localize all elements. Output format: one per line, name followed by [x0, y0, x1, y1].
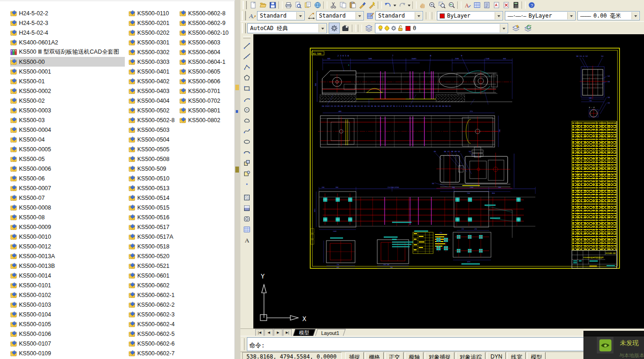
file-item[interactable]: KS500-0009	[10, 222, 125, 232]
tablegrid-icon[interactable]	[472, 0, 482, 10]
file-item[interactable]: KS500-0007	[10, 183, 125, 193]
tab-first-button[interactable]: |◀	[255, 329, 264, 336]
polygon-icon[interactable]	[242, 73, 252, 82]
file-item[interactable]: KS500-0002	[10, 86, 125, 96]
editblock-icon[interactable]	[367, 0, 377, 10]
file-item[interactable]: KS500-0302	[129, 47, 178, 57]
calc-icon[interactable]	[511, 0, 521, 10]
file-item[interactable]: KS500-0014	[10, 271, 125, 280]
layer-previous-icon[interactable]	[522, 23, 534, 34]
save-icon[interactable]	[268, 0, 277, 10]
file-item[interactable]: KS500-0602	[129, 280, 178, 290]
file-item[interactable]: KS500-0403	[129, 86, 178, 96]
file-item[interactable]: KS500-0401	[129, 67, 178, 76]
file-item[interactable]: KS500-0107	[10, 339, 125, 348]
file-item[interactable]: KS500-0013B	[10, 261, 125, 271]
file-item[interactable]: KS500-0510	[129, 173, 178, 183]
file-item[interactable]: KS500-0106	[10, 329, 125, 339]
file-item[interactable]: KS500-0504	[129, 135, 178, 144]
chevron-down-icon[interactable]	[500, 24, 507, 32]
text-style-icon[interactable]: A	[247, 11, 257, 21]
undo-icon[interactable]	[383, 0, 393, 10]
copy-icon[interactable]	[338, 0, 348, 10]
status-toggle-button[interactable]: 线宽	[507, 352, 526, 359]
file-item[interactable]: KS500-0520	[129, 251, 178, 261]
ellipseic-icon[interactable]	[242, 136, 252, 146]
file-item[interactable]: KS500-04	[10, 135, 125, 144]
file-item[interactable]: KS500-0604	[179, 47, 234, 57]
file-item[interactable]: KS500-0602-3	[129, 309, 178, 319]
styleA-icon[interactable]: A	[462, 0, 472, 10]
file-item[interactable]: KS500-0102	[10, 290, 125, 300]
toolbar-grip[interactable]	[243, 36, 251, 38]
tab-prev-button[interactable]: ◀	[264, 329, 273, 336]
file-item[interactable]: KS500-0105	[10, 319, 125, 329]
redo-icon[interactable]	[397, 0, 407, 10]
file-item[interactable]: KS500-0605	[179, 67, 234, 76]
file-item[interactable]: KS500-0001	[10, 67, 125, 76]
chevron-down-icon[interactable]	[356, 12, 363, 19]
gradient-icon[interactable]	[242, 203, 252, 213]
linetype-combo[interactable]: ——·——·— ByLayer	[505, 11, 576, 20]
table-style-icon[interactable]	[366, 11, 375, 21]
file-item[interactable]: KS500-0602-7	[129, 348, 178, 358]
earc-icon[interactable]	[242, 147, 252, 157]
toolbar-grip[interactable]	[242, 11, 246, 20]
file-item[interactable]: KS500-0701	[179, 86, 234, 96]
file-item[interactable]: H24-5-02-4	[10, 28, 125, 37]
file-item[interactable]: KS500-0202	[129, 28, 178, 37]
file-item[interactable]: KS500-0101	[10, 280, 125, 290]
sheetset-icon[interactable]	[482, 0, 491, 10]
file-item[interactable]: KS500-03	[10, 115, 125, 125]
lineweight-combo[interactable]: ———— 0.00 毫米	[577, 11, 640, 20]
file-item[interactable]: KS500-509	[129, 164, 178, 173]
tab-layout1[interactable]: Layout1	[315, 329, 345, 336]
markup-icon[interactable]	[491, 0, 501, 10]
file-item[interactable]: KS500-0602-9	[179, 18, 234, 28]
file-item[interactable]: KS500-00	[10, 57, 125, 67]
file-item[interactable]: KS500-0104	[10, 309, 125, 319]
drawing-canvas[interactable]: KS-500 600 7400 24465 2600 1140 960	[253, 34, 644, 328]
region-icon[interactable]	[242, 214, 252, 223]
file-item[interactable]: KS500-0201	[129, 18, 178, 28]
file-item[interactable]: H24-5-02-2	[10, 8, 125, 18]
chevron-down-icon[interactable]	[319, 24, 326, 32]
preview-icon[interactable]	[293, 0, 303, 10]
file-item[interactable]: KS500-0109	[10, 348, 125, 358]
nvidia-notification[interactable]: 未发现 与本地版本	[583, 331, 644, 359]
status-toggle-button[interactable]: 对象捕捉	[425, 352, 454, 359]
mtext-icon[interactable]: A	[242, 235, 252, 245]
layer-properties-icon[interactable]	[363, 23, 375, 34]
tab-last-button[interactable]: ▶|	[283, 329, 292, 336]
file-item[interactable]: KS500-0602-6	[129, 339, 178, 348]
workspace-settings-gear-icon[interactable]	[329, 23, 340, 34]
file-item[interactable]: KS500-0404	[129, 96, 178, 105]
dropdown-arrow-icon[interactable]	[407, 1, 411, 9]
file-item[interactable]: KS500-0013A	[10, 251, 125, 261]
command-window-grip[interactable]	[242, 338, 245, 350]
file-item[interactable]: KS500-0516	[129, 212, 178, 222]
file-item[interactable]: KS500-0008	[10, 203, 125, 212]
layer-combo[interactable]: 0	[375, 23, 508, 33]
file-item[interactable]: KS500-0303	[129, 57, 178, 67]
file-item[interactable]: KS500-08	[10, 212, 125, 222]
xline-icon[interactable]	[242, 51, 252, 61]
publish-icon[interactable]	[303, 0, 313, 10]
zoomrt-icon[interactable]	[427, 0, 437, 10]
rectic-icon[interactable]	[242, 83, 252, 93]
file-item[interactable]: KS500-0702	[179, 96, 234, 105]
file-item[interactable]: KS500-0602-5	[129, 329, 178, 339]
status-toggle-button[interactable]: 对象追踪	[456, 352, 485, 359]
file-item[interactable]: KS500-0402	[129, 76, 178, 86]
mkblock-icon[interactable]	[242, 168, 252, 178]
file-item[interactable]: H24-5-02-3	[10, 18, 125, 28]
file-item[interactable]: KS500-0521	[129, 261, 178, 271]
matchprops-icon[interactable]	[357, 0, 367, 10]
arc-icon[interactable]	[242, 94, 252, 104]
file-item[interactable]: KS500-0602-2	[129, 300, 178, 309]
status-toggle-button[interactable]: 模型	[527, 352, 546, 359]
toolbar-grip[interactable]	[242, 23, 246, 33]
file-item[interactable]: KS500-0502-8	[129, 115, 178, 125]
file-item[interactable]: KS400-0601A2	[10, 37, 125, 47]
tableic-icon[interactable]	[242, 224, 252, 234]
